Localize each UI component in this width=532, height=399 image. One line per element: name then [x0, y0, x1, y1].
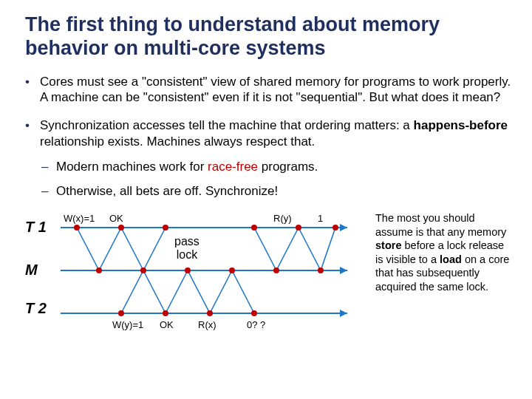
svg-line-17: [188, 270, 210, 313]
sub-bullet-list: Modern machines work for race-free progr…: [40, 159, 511, 200]
note-b1: store: [375, 239, 401, 251]
svg-point-32: [118, 310, 124, 316]
svg-line-14: [121, 270, 143, 313]
svg-point-31: [318, 267, 324, 273]
svg-point-20: [74, 225, 80, 231]
svg-line-13: [321, 228, 335, 270]
note-b2: load: [440, 253, 462, 265]
svg-point-34: [207, 310, 213, 316]
label-zeroq: 0? ?: [247, 319, 265, 330]
svg-line-16: [166, 270, 188, 313]
bullet-2-post: relationship exists. Machines always res…: [40, 134, 315, 149]
svg-point-24: [296, 225, 301, 231]
svg-point-29: [229, 267, 235, 273]
svg-line-18: [210, 270, 232, 313]
label-ok-bot: OK: [160, 319, 174, 330]
svg-marker-1: [340, 224, 347, 231]
svg-line-12: [299, 228, 321, 270]
timeline-diagram: T 1 M T 2 W(x)=1 OK R(y) 1 pass lock W(y…: [25, 211, 365, 330]
row-label-t1: T 1: [25, 219, 47, 236]
bullet-2-bold: happens-before: [414, 118, 508, 132]
bullet-2: Synchronization accesses tell the machin…: [25, 117, 511, 200]
svg-point-21: [118, 225, 124, 231]
label-lock: lock: [177, 248, 197, 261]
label-ok-top: OK: [109, 213, 123, 224]
svg-line-6: [77, 228, 99, 270]
svg-point-26: [96, 267, 102, 273]
bullet-2-pre: Synchronization accesses tell the machin…: [40, 118, 414, 132]
svg-point-25: [332, 225, 338, 231]
label-pass-lock: pass lock: [174, 235, 200, 261]
svg-line-7: [99, 228, 121, 270]
svg-line-15: [143, 270, 166, 313]
sub1-race: race-free: [208, 160, 258, 174]
row-label-m: M: [25, 262, 38, 279]
svg-line-19: [232, 270, 254, 313]
label-wx1: W(x)=1: [64, 213, 95, 224]
row-label-t2: T 2: [25, 300, 47, 317]
diagram-svg: [25, 211, 365, 330]
svg-point-33: [163, 310, 168, 316]
svg-point-28: [185, 267, 191, 273]
svg-point-22: [163, 225, 168, 231]
label-pass: pass: [174, 235, 200, 248]
side-note: The most you should assume is that any m…: [375, 211, 511, 293]
note-p1: The most you should assume is that any m…: [375, 212, 506, 238]
label-wy1: W(y)=1: [112, 319, 143, 330]
bullet-list: Cores must see a "consistent" view of sh…: [25, 74, 511, 200]
svg-line-11: [276, 228, 299, 270]
svg-line-10: [254, 228, 276, 270]
sub-bullet-1: Modern machines work for race-free progr…: [40, 159, 511, 175]
label-rx: R(x): [198, 319, 216, 330]
svg-point-30: [273, 267, 279, 273]
sub1-post: programs.: [258, 160, 318, 174]
sub-bullet-2: Otherwise, all bets are off. Synchronize…: [40, 183, 511, 200]
svg-line-8: [121, 228, 143, 270]
svg-marker-3: [340, 267, 347, 274]
label-one: 1: [318, 213, 323, 224]
label-ry: R(y): [273, 213, 292, 224]
sub1-pre: Modern machines work for: [56, 160, 208, 174]
slide-title: The first thing to understand about memo…: [25, 13, 511, 61]
svg-point-23: [251, 225, 257, 231]
svg-marker-5: [340, 310, 347, 317]
svg-point-27: [140, 267, 146, 273]
bullet-1: Cores must see a "consistent" view of sh…: [25, 74, 511, 106]
svg-point-35: [251, 310, 257, 316]
svg-line-9: [143, 228, 166, 270]
